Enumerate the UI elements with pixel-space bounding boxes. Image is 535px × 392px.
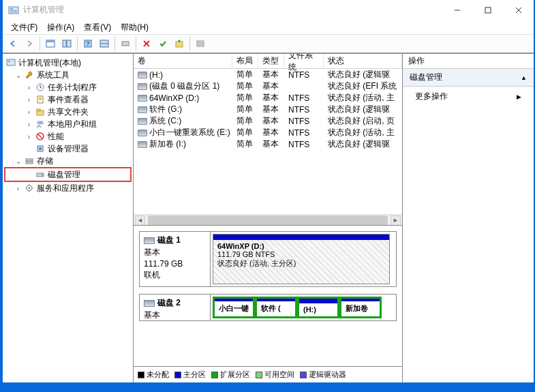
- col-status[interactable]: 状态: [324, 54, 402, 68]
- tree-twisty[interactable]: ›: [25, 84, 33, 91]
- svg-rect-5: [485, 7, 491, 13]
- volume-row[interactable]: 新加卷 (I:)简单基本NTFS状态良好 (逻辑驱: [134, 138, 402, 150]
- col-type[interactable]: 类型: [258, 54, 284, 68]
- menu-file[interactable]: 文件(F): [7, 20, 42, 35]
- disk-info: 磁盘 1基本111.79 GB联机: [140, 232, 211, 286]
- share-icon: [35, 106, 46, 117]
- tree-item[interactable]: 磁盘管理: [4, 167, 132, 182]
- svg-point-36: [40, 121, 43, 124]
- disk-size: 111.79 GB: [144, 259, 206, 269]
- tree-item[interactable]: ›任务计划程序: [4, 81, 132, 93]
- menu-help[interactable]: 帮助(H): [117, 20, 153, 35]
- volume-type: 基本: [258, 127, 284, 138]
- tree-item-label: 系统工具: [37, 70, 70, 81]
- svg-rect-25: [7, 59, 15, 65]
- close-button[interactable]: [503, 0, 534, 20]
- disk-partition[interactable]: 64WinXP (D:)111.79 GB NTFS状态良好 (活动, 主分区): [213, 234, 390, 284]
- window-controls: [442, 0, 534, 20]
- disk-name: 磁盘 2: [157, 297, 181, 309]
- chevron-right-icon: ▶: [517, 93, 521, 100]
- perf-icon: [35, 131, 46, 142]
- svg-rect-42: [26, 162, 33, 164]
- main-window: 计算机管理 文件(F) 操作(A) 查看(V) 帮助(H) ?: [3, 0, 534, 382]
- col-volume[interactable]: 卷: [134, 54, 232, 68]
- tree-item[interactable]: 设备管理器: [4, 142, 132, 155]
- col-fs[interactable]: 文件系统: [284, 54, 324, 68]
- event-icon: [35, 94, 46, 105]
- volume-scrollbar[interactable]: ◄ ►: [134, 214, 402, 226]
- disk-partition[interactable]: (H:): [297, 297, 339, 318]
- tree-twisty[interactable]: ›: [14, 185, 22, 192]
- scroll-left-icon[interactable]: ◄: [135, 215, 145, 226]
- tree-item-label: 设备管理器: [48, 143, 89, 155]
- help-button[interactable]: ?: [80, 36, 95, 51]
- tree-root[interactable]: 计算机管理(本地): [4, 57, 132, 69]
- tree-item[interactable]: ⌄系统工具: [4, 69, 132, 81]
- tree-twisty[interactable]: ⌄: [14, 157, 22, 165]
- maximize-button[interactable]: [472, 0, 503, 20]
- view3-button[interactable]: [97, 36, 112, 51]
- menu-view[interactable]: 查看(V): [80, 20, 115, 35]
- disk-row: 磁盘 2基本小白一键软件 ((H:)新加卷: [139, 294, 397, 321]
- volume-table: 卷 布局 类型 文件系统 状态 (H:)简单基本NTFS状态良好 (逻辑驱(磁盘…: [134, 54, 402, 226]
- svg-rect-2: [10, 10, 17, 11]
- window-title: 计算机管理: [23, 4, 442, 16]
- list-button[interactable]: [193, 36, 208, 51]
- scroll-right-icon[interactable]: ►: [391, 215, 401, 226]
- svg-rect-19: [176, 42, 183, 47]
- tree-item[interactable]: ›服务和应用程序: [4, 182, 132, 194]
- forward-button[interactable]: [22, 36, 37, 51]
- volume-row[interactable]: 64WinXP (D:)简单基本NTFS状态良好 (活动, 主: [134, 92, 402, 104]
- view1-button[interactable]: [43, 36, 58, 51]
- disk-partition[interactable]: 新加卷: [339, 297, 382, 318]
- volume-row[interactable]: (磁盘 0 磁盘分区 1)简单基本状态良好 (EFI 系统: [134, 80, 402, 92]
- tree-item[interactable]: ›共享文件夹: [4, 106, 132, 118]
- folder-button[interactable]: [172, 36, 187, 51]
- check-button[interactable]: [155, 36, 170, 51]
- disk-partition[interactable]: 小白一键: [213, 297, 255, 318]
- legend-item: 可用空间: [256, 370, 294, 380]
- svg-rect-34: [37, 109, 40, 111]
- tree-twisty[interactable]: ›: [25, 96, 33, 104]
- tree-item[interactable]: ›本地用户和组: [4, 118, 132, 130]
- partition-size: 111.79 GB NTFS: [217, 250, 385, 258]
- menu-action[interactable]: 操作(A): [43, 20, 78, 35]
- legend-label: 未分配: [147, 370, 169, 380]
- tree-twisty[interactable]: ›: [25, 108, 33, 116]
- tree-twisty[interactable]: ›: [25, 133, 33, 140]
- volume-type: 基本: [258, 80, 284, 92]
- volume-fs: NTFS: [284, 128, 324, 138]
- volume-row[interactable]: 小白一键重装系统 (E:)简单基本NTFS状态良好 (活动, 主: [134, 127, 402, 138]
- wrench-icon: [24, 70, 35, 80]
- legend-swatch: [138, 372, 144, 378]
- volume-row[interactable]: (H:)简单基本NTFS状态良好 (逻辑驱: [134, 69, 402, 80]
- volume-layout: 简单: [232, 115, 258, 127]
- minimize-button[interactable]: [442, 0, 472, 20]
- tree-item[interactable]: ⌄存储: [4, 155, 132, 167]
- view2-button[interactable]: [59, 36, 74, 51]
- back-button[interactable]: [5, 36, 20, 51]
- disk-type: 基本: [144, 310, 206, 321]
- actions-more[interactable]: 更多操作 ▶: [403, 87, 534, 106]
- disk-button[interactable]: [118, 36, 133, 51]
- nav-tree[interactable]: 计算机管理(本地) ⌄系统工具›任务计划程序›事件查看器›共享文件夹›本地用户和…: [3, 54, 134, 382]
- delete-button[interactable]: [139, 36, 154, 51]
- legend-label: 主分区: [183, 370, 206, 380]
- volume-row[interactable]: 软件 (G:)简单基本NTFS状态良好 (逻辑驱: [134, 104, 402, 115]
- drive-icon: [138, 130, 147, 136]
- actions-section[interactable]: 磁盘管理 ▲: [403, 69, 534, 87]
- scroll-thumb[interactable]: [148, 215, 388, 226]
- disk-partition[interactable]: 软件 (: [255, 297, 297, 318]
- tree-item[interactable]: ›性能: [4, 130, 132, 142]
- tree-twisty[interactable]: ⌄: [14, 72, 22, 79]
- svg-point-40: [39, 147, 42, 150]
- tree-twisty[interactable]: ›: [25, 121, 33, 128]
- tree-item-label: 本地用户和组: [48, 119, 97, 130]
- volume-header: 卷 布局 类型 文件系统 状态: [134, 54, 402, 69]
- volume-fs: NTFS: [284, 117, 324, 126]
- col-layout[interactable]: 布局: [232, 54, 258, 68]
- volume-row[interactable]: 系统 (C:)简单基本NTFS状态良好 (启动, 页: [134, 115, 402, 127]
- tree-item[interactable]: ›事件查看器: [4, 93, 132, 106]
- disk-partitions: 小白一键软件 ((H:)新加卷: [211, 295, 396, 320]
- svg-line-38: [38, 134, 42, 138]
